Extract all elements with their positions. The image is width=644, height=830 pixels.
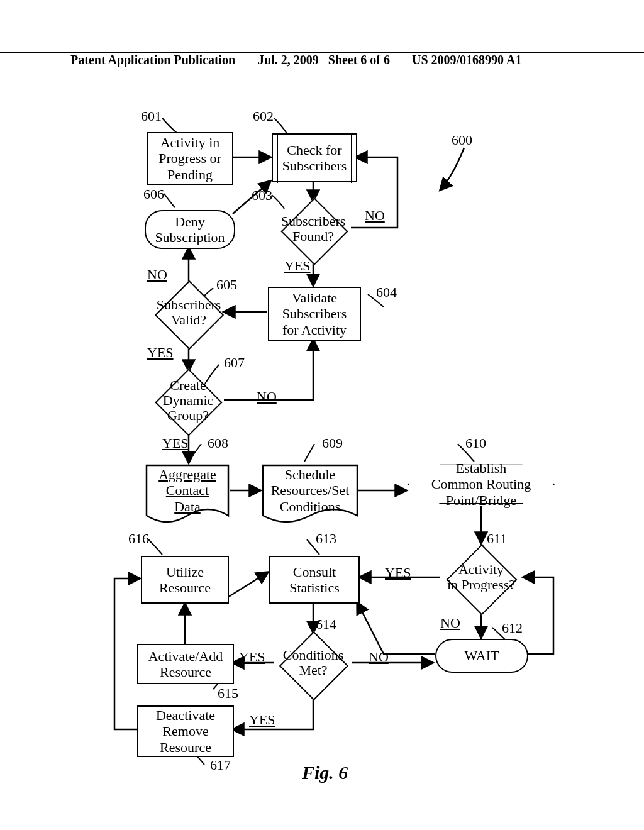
ref-601: 601: [141, 108, 162, 124]
node-activity-in-progress: Activityin Progress?: [438, 545, 525, 610]
node-subscribers-found: SubscribersFound?: [277, 202, 350, 255]
edge-603-yes: YES: [284, 258, 311, 274]
figure-caption: Fig. 6: [302, 762, 348, 783]
edge-614-yes: YES: [239, 649, 265, 665]
node-check-subscribers: Check forSubscribers: [272, 133, 357, 182]
ref-607: 607: [224, 355, 245, 371]
edge-603-no: NO: [365, 208, 385, 224]
node-deactivate-remove-resource: DeactivateRemoveResource: [137, 706, 234, 757]
node-create-dynamic-group: CreateDynamicGroup?: [148, 371, 228, 430]
ref-615: 615: [218, 685, 238, 702]
ref-602: 602: [253, 108, 274, 124]
node-establish-routing: EstablishCommon RoutingPoint/Bridge: [409, 465, 553, 503]
node-validate-subscribers: ValidateSubscribersfor Activity: [268, 287, 361, 341]
ref-611: 611: [487, 531, 507, 547]
ref-604: 604: [376, 284, 397, 301]
node-schedule-resources: ScheduleResources/SetConditions: [263, 465, 357, 516]
node-wait: WAIT: [435, 639, 528, 673]
edge-614-no: NO: [369, 649, 389, 665]
ref-612: 612: [502, 620, 523, 636]
node-activity-pending: Activity inProgress orPending: [147, 132, 233, 185]
ref-606: 606: [143, 186, 164, 202]
node-deny-subscription: DenySubscription: [145, 210, 235, 249]
node-activate-add-resource: Activate/AddResource: [137, 644, 234, 684]
edge-605-no: NO: [147, 267, 167, 283]
edge-611-yes: YES: [385, 565, 411, 581]
ref-605: 605: [216, 277, 237, 293]
ref-614: 614: [316, 616, 336, 633]
ref-608: 608: [208, 435, 228, 451]
ref-617: 617: [210, 757, 231, 773]
ref-600: 600: [452, 132, 472, 148]
node-conditions-met: ConditionsMet?: [272, 633, 355, 693]
ref-613: 613: [316, 531, 336, 547]
ref-616: 616: [128, 531, 149, 547]
edge-605-yes: YES: [147, 345, 174, 361]
node-aggregate-contact: AggregateContactData: [147, 465, 228, 516]
edge-611-no: NO: [440, 615, 460, 631]
node-utilize-resource: UtilizeResource: [141, 556, 229, 604]
edge-614-yes-2: YES: [249, 712, 275, 728]
node-consult-statistics: ConsultStatistics: [269, 556, 360, 604]
ref-603: 603: [252, 187, 272, 204]
flow-arrows: [0, 0, 644, 830]
ref-609: 609: [322, 435, 343, 451]
edge-607-no: NO: [257, 389, 277, 405]
ref-610: 610: [465, 435, 486, 451]
edge-607-yes: YES: [162, 435, 189, 451]
